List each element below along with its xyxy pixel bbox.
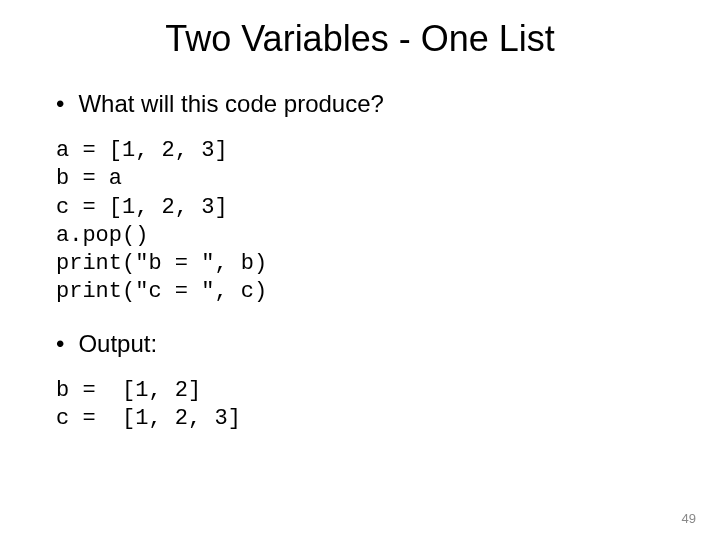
slide-title: Two Variables - One List <box>50 18 670 60</box>
slide: Two Variables - One List • What will thi… <box>0 0 720 434</box>
bullet-dot-icon: • <box>56 328 64 359</box>
output-block: b = [1, 2] c = [1, 2, 3] <box>56 377 670 433</box>
output-label-bullet: • Output: <box>56 328 670 359</box>
question-bullet: • What will this code produce? <box>56 88 670 119</box>
output-label: Output: <box>78 328 157 359</box>
code-block: a = [1, 2, 3] b = a c = [1, 2, 3] a.pop(… <box>56 137 670 306</box>
bullet-dot-icon: • <box>56 88 64 119</box>
question-text: What will this code produce? <box>78 88 383 119</box>
page-number: 49 <box>682 511 696 526</box>
